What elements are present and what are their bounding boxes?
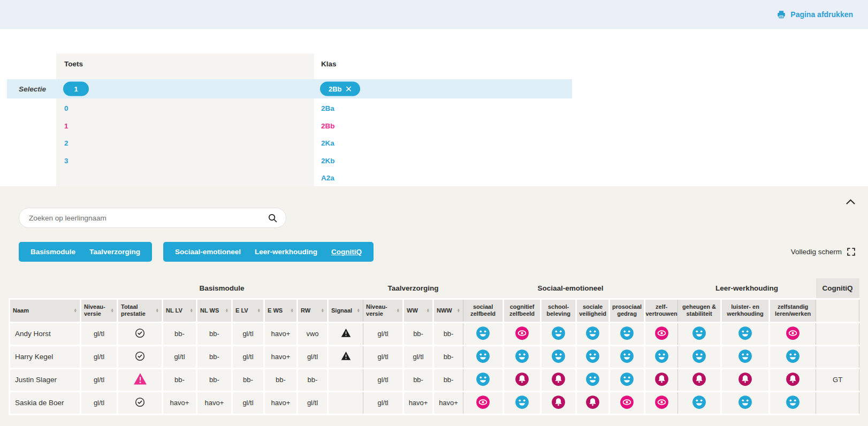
smiley-positive-icon[interactable] xyxy=(515,349,529,365)
smiley-positive-icon[interactable] xyxy=(585,349,600,365)
fullscreen-button[interactable]: Volledig scherm xyxy=(791,248,855,256)
indicator-cell[interactable] xyxy=(541,368,576,391)
search-input[interactable] xyxy=(29,214,268,222)
option-klas-2kb[interactable]: 2Kb xyxy=(321,157,335,168)
indicator-cell[interactable] xyxy=(645,345,678,368)
indicator-cell[interactable] xyxy=(610,322,645,345)
column-header-e-ws[interactable]: E WS▲▼ xyxy=(264,299,298,322)
search-icon[interactable] xyxy=(268,214,277,223)
smiley-positive-icon[interactable] xyxy=(551,326,566,342)
watch-eye-icon[interactable] xyxy=(515,326,529,342)
indicator-cell[interactable] xyxy=(576,368,610,391)
smiley-positive-icon[interactable] xyxy=(654,349,669,365)
indicator-cell[interactable] xyxy=(770,345,816,368)
watch-eye-icon[interactable] xyxy=(654,395,669,411)
alarm-bell-icon[interactable] xyxy=(738,372,752,388)
indicator-cell[interactable] xyxy=(610,368,645,391)
column-header-nww[interactable]: NWW▲▼ xyxy=(433,299,463,322)
indicator-cell[interactable] xyxy=(721,345,770,368)
indicator-cell[interactable] xyxy=(610,391,645,414)
option-toets-0[interactable]: 0 xyxy=(64,104,68,115)
smiley-positive-icon[interactable] xyxy=(620,349,634,365)
option-klas-2ka[interactable]: 2Ka xyxy=(321,139,335,150)
indicator-cell[interactable] xyxy=(645,368,678,391)
selected-toets-pill[interactable]: 1 xyxy=(63,82,89,96)
indicator-cell[interactable] xyxy=(504,391,541,414)
smiley-positive-icon[interactable] xyxy=(620,372,634,388)
tab-leer-werkhouding[interactable]: Leer-werkhouding xyxy=(255,248,317,256)
indicator-cell[interactable] xyxy=(541,391,576,414)
option-toets-1[interactable]: 1 xyxy=(64,122,68,133)
column-header-signaal[interactable]: Signaal▲▼ xyxy=(328,299,363,322)
indicator-cell[interactable] xyxy=(576,391,610,414)
indicator-cell[interactable] xyxy=(504,322,541,345)
smiley-positive-icon[interactable] xyxy=(786,349,800,365)
indicator-cell[interactable] xyxy=(678,368,721,391)
indicator-cell[interactable] xyxy=(678,391,721,414)
indicator-cell[interactable] xyxy=(541,345,576,368)
indicator-cell[interactable] xyxy=(463,368,504,391)
watch-eye-icon[interactable] xyxy=(476,395,490,411)
smiley-positive-icon[interactable] xyxy=(585,372,600,388)
column-header-niveau-versie[interactable]: Niveau-versie▲▼ xyxy=(363,299,403,322)
alarm-bell-icon[interactable] xyxy=(654,372,669,388)
indicator-cell[interactable] xyxy=(463,345,504,368)
alarm-bell-icon[interactable] xyxy=(585,395,600,411)
tab-cognitiq[interactable]: CognitiQ xyxy=(331,248,362,256)
alarm-bell-icon[interactable] xyxy=(786,372,800,388)
indicator-cell[interactable] xyxy=(504,345,541,368)
option-toets-3[interactable]: 3 xyxy=(64,157,68,168)
indicator-cell[interactable] xyxy=(770,391,816,414)
smiley-positive-icon[interactable] xyxy=(692,326,706,342)
remove-klas-icon[interactable] xyxy=(346,86,352,92)
indicator-cell[interactable] xyxy=(463,391,504,414)
column-header-nl-ws[interactable]: NL WS▲▼ xyxy=(197,299,232,322)
option-klas-2bb[interactable]: 2Bb xyxy=(321,122,335,133)
indicator-cell[interactable] xyxy=(645,322,678,345)
column-header-ww[interactable]: WW▲▼ xyxy=(403,299,433,322)
indicator-cell[interactable] xyxy=(678,322,721,345)
watch-eye-icon[interactable] xyxy=(620,395,634,411)
indicator-cell[interactable] xyxy=(770,322,816,345)
selected-klas-pill[interactable]: 2Bb xyxy=(320,82,360,96)
smiley-positive-icon[interactable] xyxy=(585,326,600,342)
smiley-positive-icon[interactable] xyxy=(515,395,529,411)
indicator-cell[interactable] xyxy=(678,345,721,368)
alarm-bell-icon[interactable] xyxy=(692,372,706,388)
alarm-bell-icon[interactable] xyxy=(551,372,566,388)
alarm-bell-icon[interactable] xyxy=(551,395,566,411)
smiley-positive-icon[interactable] xyxy=(738,326,752,342)
indicator-cell[interactable] xyxy=(504,368,541,391)
smiley-positive-icon[interactable] xyxy=(738,395,752,411)
tab-taalverzorging[interactable]: Taalverzorging xyxy=(89,248,140,256)
smiley-positive-icon[interactable] xyxy=(786,395,800,411)
smiley-positive-icon[interactable] xyxy=(692,349,706,365)
tab-basismodule[interactable]: Basismodule xyxy=(31,248,75,256)
indicator-cell[interactable] xyxy=(770,368,816,391)
watch-eye-icon[interactable] xyxy=(654,326,669,342)
indicator-cell[interactable] xyxy=(645,391,678,414)
column-header-nl-lv[interactable]: NL LV▲▼ xyxy=(163,299,197,322)
smiley-positive-icon[interactable] xyxy=(476,326,490,342)
indicator-cell[interactable] xyxy=(576,345,610,368)
indicator-cell[interactable] xyxy=(463,322,504,345)
column-header-totaal-prestatie[interactable]: Totaal prestatie▲▼ xyxy=(118,299,163,322)
column-header-niveau-versie[interactable]: Niveau-versie▲▼ xyxy=(81,299,118,322)
alarm-bell-icon[interactable] xyxy=(515,372,529,388)
option-klas-a2a[interactable]: A2a xyxy=(321,174,335,185)
column-header-rw[interactable]: RW▲▼ xyxy=(298,299,328,322)
indicator-cell[interactable] xyxy=(610,345,645,368)
option-toets-2[interactable]: 2 xyxy=(64,139,68,150)
column-header-naam[interactable]: Naam▲▼ xyxy=(10,299,81,322)
smiley-positive-icon[interactable] xyxy=(692,395,706,411)
indicator-cell[interactable] xyxy=(721,322,770,345)
option-klas-2ba[interactable]: 2Ba xyxy=(321,104,335,115)
indicator-cell[interactable] xyxy=(721,368,770,391)
smiley-positive-icon[interactable] xyxy=(738,349,752,365)
tab-sociaal-emotioneel[interactable]: Sociaal-emotioneel xyxy=(175,248,241,256)
indicator-cell[interactable] xyxy=(541,322,576,345)
indicator-cell[interactable] xyxy=(721,391,770,414)
print-page-link[interactable]: Pagina afdrukken xyxy=(776,10,853,19)
collapse-panel-button[interactable] xyxy=(844,197,857,207)
smiley-positive-icon[interactable] xyxy=(551,349,566,365)
